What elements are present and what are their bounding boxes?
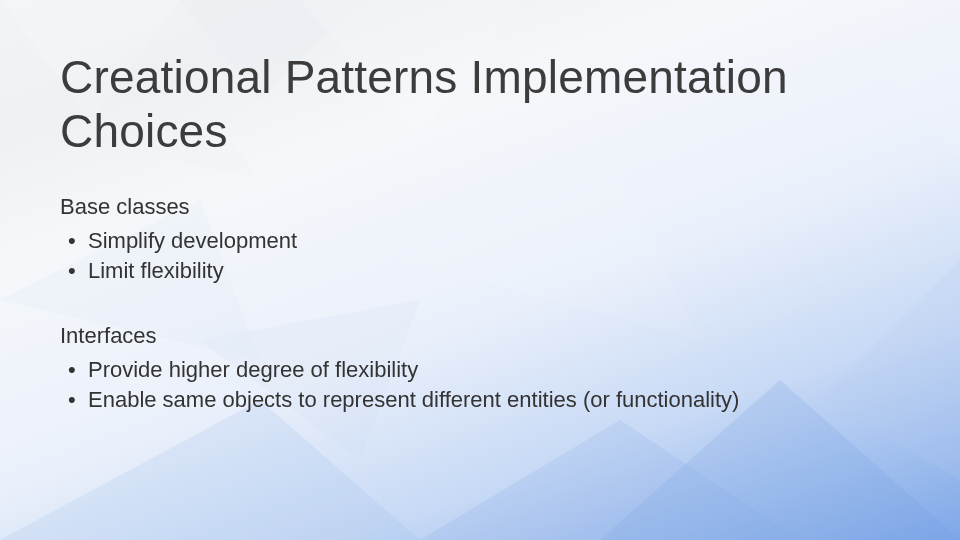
bullet-list: Provide higher degree of flexibility Ena… bbox=[60, 355, 900, 414]
section-heading: Base classes bbox=[60, 194, 900, 220]
slide-content: Creational Patterns Implementation Choic… bbox=[0, 0, 960, 415]
slide-title: Creational Patterns Implementation Choic… bbox=[60, 50, 900, 158]
bullet-list: Simplify development Limit flexibility bbox=[60, 226, 900, 285]
section-heading: Interfaces bbox=[60, 323, 900, 349]
bullet-item: Provide higher degree of flexibility bbox=[64, 355, 900, 385]
bullet-item: Simplify development bbox=[64, 226, 900, 256]
section-interfaces: Interfaces Provide higher degree of flex… bbox=[60, 323, 900, 414]
section-base-classes: Base classes Simplify development Limit … bbox=[60, 194, 900, 285]
bullet-item: Enable same objects to represent differe… bbox=[64, 385, 900, 415]
bullet-item: Limit flexibility bbox=[64, 256, 900, 286]
